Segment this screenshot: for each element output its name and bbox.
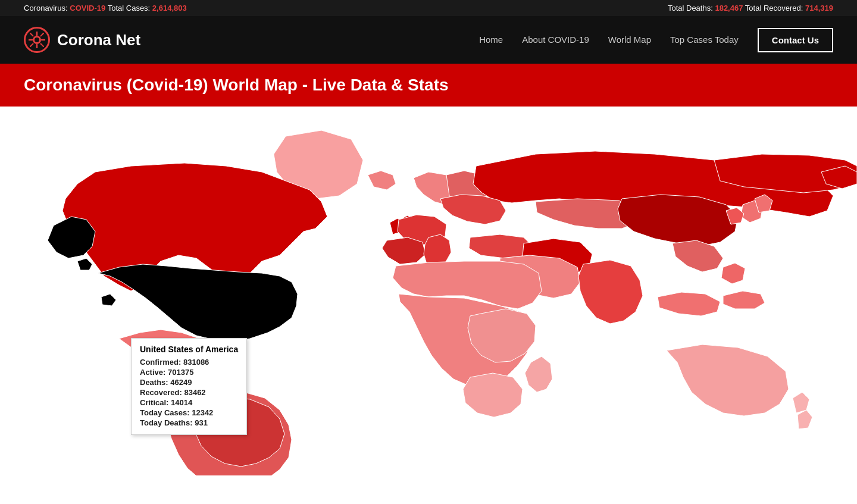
logo-icon — [24, 27, 50, 53]
tooltip-country: United States of America — [140, 345, 238, 354]
deaths-label: Deaths: — [140, 378, 168, 387]
logo-text: Corona Net — [57, 31, 140, 49]
recovered-label: Recovered: — [140, 388, 182, 397]
map-section: United States of America Confirmed: 8310… — [0, 107, 857, 475]
svg-point-1 — [35, 37, 39, 42]
navbar: Corona Net Home About COVID-19 World Map… — [0, 16, 857, 64]
today-cases-label: Today Cases: — [140, 408, 190, 417]
covid-label: COVID-19 — [70, 4, 105, 12]
top-bar: Coronavirus: COVID-19 Total Cases: 2,614… — [0, 0, 857, 16]
country-tooltip: United States of America Confirmed: 8310… — [131, 338, 247, 435]
nav-home[interactable]: Home — [479, 35, 503, 45]
confirmed-label: Confirmed: — [140, 358, 181, 367]
critical-label: Critical: — [140, 398, 168, 407]
active-label: Active: — [140, 368, 165, 377]
top-bar-left: Coronavirus: COVID-19 Total Cases: 2,614… — [24, 4, 187, 12]
svg-line-8 — [41, 33, 44, 36]
world-map[interactable] — [0, 107, 857, 475]
tooltip-confirmed: Confirmed: 831086 — [140, 358, 238, 367]
recovered-value: 714,319 — [805, 4, 833, 12]
tooltip-today-cases: Today Cases: 12342 — [140, 408, 238, 417]
deaths-value: 182,467 — [715, 4, 743, 12]
logo[interactable]: Corona Net — [24, 27, 140, 53]
top-bar-right: Total Deaths: 182,467 Total Recovered: 7… — [668, 4, 833, 12]
critical-value: 14014 — [171, 398, 192, 407]
total-cases-value: 2,614,803 — [152, 4, 187, 12]
recovered-label: Total Recovered: — [745, 4, 803, 12]
nav-about[interactable]: About COVID-19 — [522, 35, 589, 45]
tooltip-today-deaths: Today Deaths: 931 — [140, 418, 238, 427]
virus-icon — [29, 32, 45, 48]
deaths-value: 46249 — [170, 378, 192, 387]
svg-line-9 — [30, 44, 33, 47]
today-deaths-label: Today Deaths: — [140, 418, 193, 427]
tooltip-critical: Critical: 14014 — [140, 398, 238, 407]
red-banner: Coronavirus (Covid-19) World Map - Live … — [0, 64, 857, 107]
tooltip-deaths: Deaths: 46249 — [140, 378, 238, 387]
coronavirus-label: Coronavirus: — [24, 4, 68, 12]
svg-line-7 — [41, 44, 44, 47]
nav-worldmap[interactable]: World Map — [608, 35, 651, 45]
recovered-value: 83462 — [184, 388, 205, 397]
active-value: 701375 — [168, 368, 193, 377]
nav-contact[interactable]: Contact Us — [758, 28, 833, 52]
svg-line-6 — [30, 33, 33, 36]
nav-links: Home About COVID-19 World Map Top Cases … — [479, 28, 833, 52]
total-cases-label: Total Cases: — [108, 4, 151, 12]
confirmed-value: 831086 — [183, 358, 209, 367]
tooltip-recovered: Recovered: 83462 — [140, 388, 238, 397]
tooltip-active: Active: 701375 — [140, 368, 238, 377]
banner-title: Coronavirus (Covid-19) World Map - Live … — [24, 76, 833, 95]
today-cases-value: 12342 — [192, 408, 213, 417]
nav-topcases[interactable]: Top Cases Today — [670, 35, 739, 45]
deaths-label: Total Deaths: — [668, 4, 713, 12]
contact-button[interactable]: Contact Us — [758, 28, 833, 52]
today-deaths-value: 931 — [195, 418, 208, 427]
